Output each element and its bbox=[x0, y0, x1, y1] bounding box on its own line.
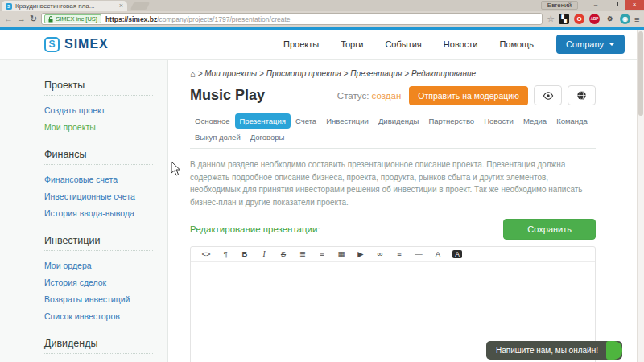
breadcrumb-item[interactable]: Редактирование bbox=[411, 69, 476, 78]
site-favicon-icon: S bbox=[6, 3, 12, 10]
sidebar-link[interactable]: Финансовые счета bbox=[44, 175, 153, 184]
page-scrollbar[interactable] bbox=[637, 30, 644, 362]
breadcrumb: ⌂ > Мои проекты > Просмотр проекта > Пре… bbox=[190, 69, 596, 78]
nav-item[interactable]: Торги bbox=[341, 39, 363, 49]
scrollbar-thumb[interactable] bbox=[638, 31, 643, 116]
italic-icon-glyph: I bbox=[262, 250, 265, 258]
sidebar-section-title: Проекты bbox=[44, 80, 153, 91]
minimize-button[interactable]: – bbox=[586, 0, 605, 10]
link-icon[interactable]: ∞ bbox=[370, 247, 390, 261]
red-circle-extension-icon[interactable]: O bbox=[574, 14, 584, 24]
extension-icons: ▚OABP⚙◉ bbox=[559, 14, 630, 24]
url-text: https://simex.bz/company/projects/1797/p… bbox=[105, 15, 291, 23]
gear-extension-icon[interactable]: ⚙ bbox=[605, 14, 615, 24]
code-icon[interactable]: <> bbox=[196, 247, 216, 261]
bold-icon[interactable]: B bbox=[235, 247, 254, 261]
project-tab[interactable]: Дивиденды bbox=[374, 113, 424, 129]
project-tab[interactable]: Выкуп долей bbox=[190, 130, 246, 145]
bold-icon-glyph: B bbox=[242, 249, 248, 258]
paragraph-icon-glyph: ¶ bbox=[223, 249, 227, 258]
strikethrough-icon[interactable]: S bbox=[274, 247, 293, 261]
checkerboard-extension-icon[interactable]: ▚ bbox=[559, 14, 569, 24]
divider bbox=[44, 250, 153, 251]
ordered-list-icon[interactable]: ≣ bbox=[293, 247, 312, 261]
back-icon[interactable]: ← bbox=[4, 14, 13, 23]
image-icon[interactable]: ▦ bbox=[332, 247, 351, 261]
eye-extension-icon[interactable]: ◉ bbox=[620, 14, 630, 24]
public-globe-button[interactable] bbox=[568, 85, 596, 105]
new-tab-button[interactable] bbox=[130, 2, 150, 10]
unordered-list-icon[interactable]: ≡ bbox=[312, 247, 332, 261]
globe-icon bbox=[576, 90, 587, 101]
security-badge[interactable]: SIMEX inc [US] bbox=[44, 14, 101, 23]
nav-item[interactable]: Новости bbox=[444, 39, 478, 49]
forward-icon[interactable]: → bbox=[17, 14, 26, 23]
sidebar-link[interactable]: Мои ордера bbox=[44, 261, 153, 270]
project-tab[interactable]: Команда bbox=[551, 113, 592, 129]
project-tab[interactable]: Счета bbox=[291, 113, 321, 129]
sidebar-link[interactable]: Инвестиционные счета bbox=[44, 191, 153, 201]
tab-title: Краудинвестинговая пла... bbox=[15, 2, 116, 10]
project-tab[interactable]: Инвестиции bbox=[321, 113, 374, 129]
paragraph-icon[interactable]: ¶ bbox=[216, 247, 235, 261]
save-button[interactable]: Сохранить bbox=[503, 219, 596, 240]
simex-logo-icon: S bbox=[44, 37, 60, 52]
sidebar-link[interactable]: История ввода-вывода bbox=[44, 208, 153, 218]
background-color-icon[interactable]: A bbox=[448, 247, 467, 261]
tab-strip: S Краудинвестинговая пла... × Евгений – … bbox=[0, 0, 644, 11]
home-icon[interactable]: ⌂ bbox=[190, 70, 196, 78]
nav-item[interactable]: Помощь bbox=[499, 39, 534, 49]
tab-close-icon[interactable]: × bbox=[119, 2, 123, 10]
company-menu-button[interactable]: Company bbox=[556, 35, 625, 54]
horizontal-rule-icon-glyph: — bbox=[415, 249, 423, 258]
font-color-icon[interactable]: A bbox=[428, 247, 448, 261]
browser-tab[interactable]: S Краудинвестинговая пла... × bbox=[2, 1, 127, 11]
breadcrumb-item[interactable]: Просмотр проекта bbox=[266, 69, 341, 78]
breadcrumb-item[interactable]: Мои проекты bbox=[204, 69, 257, 78]
chat-widget[interactable]: Напишите нам, мы онлайн! bbox=[486, 341, 622, 360]
italic-icon[interactable]: I bbox=[254, 247, 274, 261]
sidebar-link[interactable]: Создать проект bbox=[44, 105, 153, 115]
breadcrumb-items: > Мои проекты > Просмотр проекта > Презе… bbox=[198, 69, 476, 78]
chrome-menu-icon[interactable]: ≡ bbox=[634, 14, 640, 24]
nav-item[interactable]: События bbox=[385, 39, 421, 49]
chrome-profile-name[interactable]: Евгений bbox=[541, 1, 578, 10]
refresh-icon[interactable]: ↻ bbox=[30, 14, 37, 23]
breadcrumb-separator: > bbox=[402, 69, 411, 78]
horizontal-rule-icon[interactable]: — bbox=[409, 247, 428, 261]
sidebar-link[interactable]: Мои проекты bbox=[44, 122, 153, 132]
align-icon[interactable]: ≡ bbox=[390, 247, 409, 261]
simex-logo[interactable]: S SIMEX bbox=[44, 37, 109, 52]
title-row: Music Play Статус: создан Отправить на м… bbox=[190, 85, 596, 105]
section-description: В данном разделе необходимо составить пр… bbox=[190, 158, 596, 208]
maximize-button[interactable] bbox=[605, 0, 625, 10]
nav-item[interactable]: Проекты bbox=[283, 39, 319, 49]
project-tab[interactable]: Презентация bbox=[235, 113, 291, 129]
sidebar-link[interactable]: Список инвесторов bbox=[44, 311, 153, 321]
sidebar-link[interactable]: Возвраты инвестиций bbox=[44, 294, 153, 304]
edit-presentation-label: Редактирование презентации: bbox=[190, 224, 320, 234]
close-button[interactable]: × bbox=[625, 0, 644, 10]
adblock-extension-icon[interactable]: ABP bbox=[589, 14, 600, 24]
project-tab[interactable]: Медиа bbox=[518, 113, 551, 129]
status-label: Статус: bbox=[337, 91, 369, 101]
simex-logo-text: SIMEX bbox=[64, 37, 109, 51]
bookmark-star-icon[interactable]: ☆ bbox=[547, 14, 555, 23]
project-tab[interactable]: Основное bbox=[190, 113, 235, 129]
project-tab[interactable]: Договоры bbox=[246, 130, 290, 145]
video-icon-glyph: ▶ bbox=[357, 249, 363, 258]
sidebar-section: ДивидендыСоздать заявкуЗаявки на распред… bbox=[44, 338, 153, 362]
video-icon[interactable]: ▶ bbox=[351, 247, 370, 261]
project-tab[interactable]: Партнерство bbox=[423, 113, 479, 129]
security-badge-label: SIMEX inc [US] bbox=[56, 15, 97, 23]
url-bar[interactable]: SIMEX inc [US] https://simex.bz/company/… bbox=[41, 13, 543, 25]
window-controls: Евгений – × bbox=[541, 0, 644, 10]
project-tab[interactable]: Новости bbox=[479, 113, 518, 129]
send-to-moderation-button[interactable]: Отправить на модерацию bbox=[409, 86, 528, 105]
sidebar-section-title: Дивиденды bbox=[44, 338, 153, 349]
edit-row: Редактирование презентации: Сохранить bbox=[190, 219, 596, 240]
editor-toolbar: <>¶BIS≣≡▦▶∞≡—AA bbox=[191, 247, 595, 262]
breadcrumb-item[interactable]: Презентация bbox=[350, 69, 402, 78]
preview-eye-button[interactable] bbox=[534, 85, 562, 105]
sidebar-link[interactable]: История сделок bbox=[44, 278, 153, 287]
